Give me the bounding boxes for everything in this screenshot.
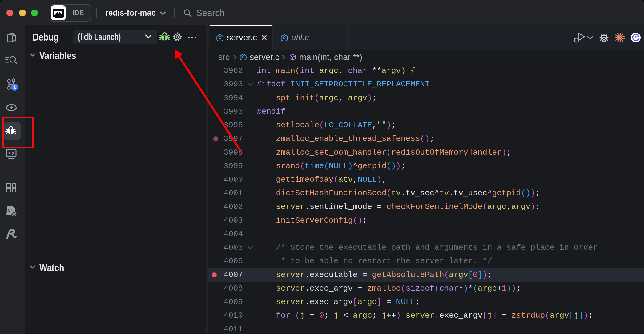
svg-text:C: C	[219, 36, 221, 40]
svg-text:C: C	[8, 208, 10, 213]
svg-text:++: ++	[10, 208, 14, 212]
svg-text:C: C	[283, 36, 286, 40]
